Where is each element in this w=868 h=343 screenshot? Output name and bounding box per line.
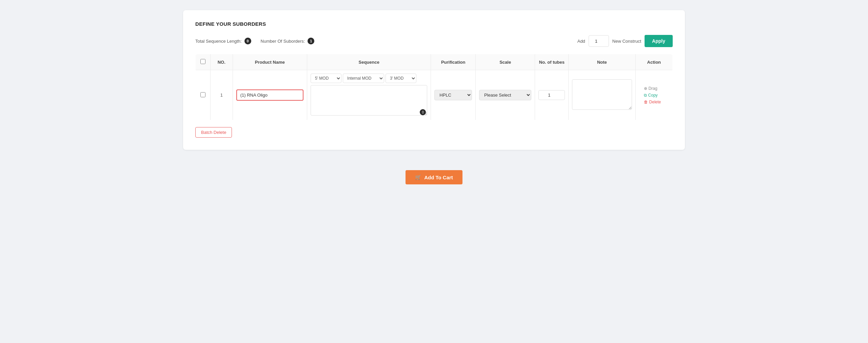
- sequence-textarea[interactable]: [311, 85, 427, 116]
- row-checkbox-cell: [196, 70, 211, 120]
- number-of-suborders-badge: 1: [308, 38, 314, 44]
- scale-select[interactable]: Please Select 1 nmol 5 nmol 10 nmol 200 …: [479, 90, 532, 100]
- tubes-cell: [535, 70, 569, 120]
- drag-action[interactable]: ⊕ Drag: [644, 86, 657, 91]
- header-checkbox-col: [196, 54, 211, 70]
- table-header: NO. Product Name Sequence Purification S…: [196, 54, 673, 70]
- purification-cell: HPLC Desalted PAGE IE-HPLC: [431, 70, 476, 120]
- top-bar-right: Add New Construct Apply: [577, 35, 673, 47]
- footer-actions: 🛒 Add To Cart: [183, 170, 685, 198]
- action-buttons: ⊕ Drag ⧉ Copy 🗑 Delete: [639, 83, 669, 108]
- scale-cell: Please Select 1 nmol 5 nmol 10 nmol 200 …: [475, 70, 535, 120]
- delete-icon: 🗑: [644, 100, 648, 104]
- total-sequence-badge: 0: [244, 38, 251, 44]
- note-textarea[interactable]: [572, 79, 632, 110]
- select-all-checkbox[interactable]: [200, 59, 205, 64]
- header-note: Note: [569, 54, 635, 70]
- tubes-input[interactable]: [538, 90, 565, 100]
- action-cell: ⊕ Drag ⧉ Copy 🗑 Delete: [635, 70, 672, 120]
- delete-label: Delete: [649, 100, 661, 104]
- header-scale: Scale: [475, 54, 535, 70]
- product-name-input[interactable]: [236, 89, 303, 101]
- delete-action[interactable]: 🗑 Delete: [644, 100, 661, 104]
- purification-select[interactable]: HPLC Desalted PAGE IE-HPLC: [434, 90, 472, 100]
- header-purification: Purification: [431, 54, 476, 70]
- number-of-suborders: Number Of Suborders: 1: [261, 38, 315, 44]
- row-checkbox[interactable]: [200, 92, 205, 97]
- cart-icon: 🛒: [415, 174, 421, 180]
- note-cell: [569, 70, 635, 120]
- total-sequence-label: Total Sequence Length:: [195, 39, 242, 44]
- number-of-suborders-label: Number Of Suborders:: [261, 39, 305, 44]
- add-label: Add: [577, 39, 585, 44]
- drag-icon: ⊕: [644, 86, 647, 91]
- add-input[interactable]: [589, 35, 609, 47]
- add-to-cart-label: Add To Cart: [424, 175, 453, 180]
- table-row: 1 5' MOD Internal MOD: [196, 70, 673, 120]
- header-tubes: No. of tubes: [535, 54, 569, 70]
- section-title: DEFINE YOUR SUBORDERS: [195, 21, 673, 27]
- suborders-table: NO. Product Name Sequence Purification S…: [195, 54, 673, 120]
- product-name-cell: [233, 70, 307, 120]
- header-product-name: Product Name: [233, 54, 307, 70]
- top-bar-left: Total Sequence Length: 0 Number Of Subor…: [195, 38, 314, 44]
- top-bar: Total Sequence Length: 0 Number Of Subor…: [195, 35, 673, 47]
- apply-button[interactable]: Apply: [645, 35, 673, 47]
- bottom-bar: Batch Delete: [195, 127, 673, 138]
- three-mod-select[interactable]: 3' MOD: [386, 74, 416, 83]
- header-sequence: Sequence: [307, 54, 431, 70]
- row-number: 1: [210, 70, 233, 120]
- header-action: Action: [635, 54, 672, 70]
- copy-label: Copy: [648, 93, 658, 98]
- header-row: NO. Product Name Sequence Purification S…: [196, 54, 673, 70]
- sequence-textarea-wrap: 0: [311, 85, 427, 117]
- sequence-controls: 5' MOD Internal MOD 3' MOD: [311, 74, 427, 83]
- header-no: NO.: [210, 54, 233, 70]
- batch-delete-button[interactable]: Batch Delete: [195, 127, 232, 138]
- page-container: DEFINE YOUR SUBORDERS Total Sequence Len…: [183, 10, 685, 198]
- copy-action[interactable]: ⧉ Copy: [644, 93, 658, 98]
- main-card: DEFINE YOUR SUBORDERS Total Sequence Len…: [183, 10, 685, 150]
- add-to-cart-button[interactable]: 🛒 Add To Cart: [406, 170, 462, 184]
- copy-icon: ⧉: [644, 93, 647, 98]
- table-body: 1 5' MOD Internal MOD: [196, 70, 673, 120]
- five-mod-select[interactable]: 5' MOD: [311, 74, 341, 83]
- new-construct-label: New Construct: [612, 39, 641, 44]
- drag-label: Drag: [649, 86, 657, 91]
- total-sequence-length: Total Sequence Length: 0: [195, 38, 251, 44]
- internal-mod-select[interactable]: Internal MOD: [343, 74, 384, 83]
- sequence-cell: 5' MOD Internal MOD 3' MOD 0: [307, 70, 431, 120]
